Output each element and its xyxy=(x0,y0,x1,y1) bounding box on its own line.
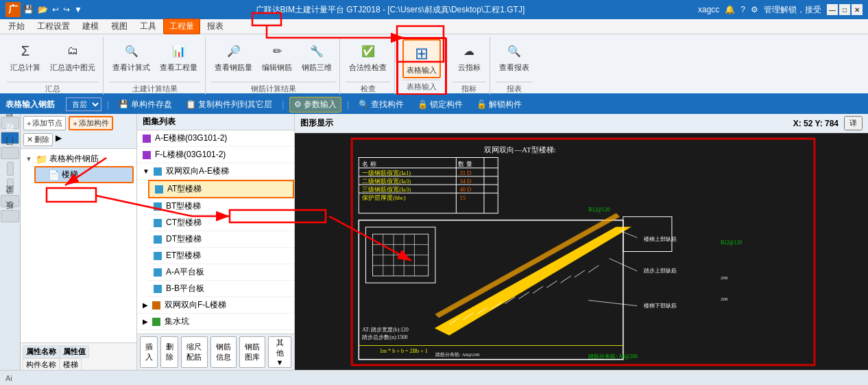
open-icon[interactable]: 📂 xyxy=(38,5,48,14)
menu-item-report[interactable]: 报表 xyxy=(202,19,229,34)
svg-text:15: 15 xyxy=(459,194,466,201)
table-input-toolbar: 表格输入钢筋 首层 | 💾 单构件存盘 📋 复制构件列到其它层 | ⚙ 参数输入… xyxy=(0,95,868,114)
delete-button[interactable]: ✕ 删除 xyxy=(23,133,53,146)
summarize-selected-button[interactable]: 🗂 汇总选中图元 xyxy=(47,37,99,75)
svg-text:踏筋分布筋: A8@200: 踏筋分布筋: A8@200 xyxy=(588,353,638,360)
menu-item-view[interactable]: 视图 xyxy=(106,19,133,34)
sump-pit-icon xyxy=(152,318,160,326)
sidebar-tab-beam[interactable]: 梁 xyxy=(1,195,19,207)
menu-item-model[interactable]: 建模 xyxy=(77,19,104,34)
rebar-3d-button[interactable]: 🔧 钢筋三维 xyxy=(298,37,335,75)
scale-rebar-button[interactable]: 缩尺配筋 xyxy=(181,336,207,368)
restore-button[interactable]: □ xyxy=(839,4,850,15)
view-quantity-button[interactable]: 📊 查看工程量 xyxy=(156,37,201,75)
redo-icon[interactable]: ↪ xyxy=(63,5,70,14)
close-button[interactable]: ✕ xyxy=(852,4,863,15)
list-item-ct-stair[interactable]: CT型楼梯 xyxy=(148,215,294,231)
ribbon-group-report-items: 🔍 查看报表 xyxy=(496,37,533,80)
list-item-dual-fl-stair[interactable]: ▶ 双网双向F-L楼梯 xyxy=(137,297,294,314)
drawing-detail-button[interactable]: 详 xyxy=(844,116,863,130)
sidebar-tab-slab[interactable]: 板 xyxy=(1,210,19,222)
edit-rebar-button[interactable]: ✏ 编辑钢筋 xyxy=(258,37,296,75)
list-delete-button[interactable]: 删除 xyxy=(160,336,178,368)
list-item-aa-platform[interactable]: A-A平台板 xyxy=(148,264,294,281)
more-icon[interactable]: ▼ xyxy=(74,5,82,14)
add-component-button[interactable]: + 添加构件 xyxy=(69,116,112,130)
undo-icon[interactable]: ↩ xyxy=(52,5,59,14)
lock-component-button[interactable]: 🔒 锁定构件 xyxy=(413,97,467,112)
save-icon[interactable]: 💾 xyxy=(23,5,34,14)
floor-selector[interactable]: 首层 xyxy=(66,97,101,111)
sidebar-tab-blank1[interactable] xyxy=(7,162,14,176)
svg-line-37 xyxy=(533,286,543,293)
table-input-button[interactable]: ⊞ 表格输入 xyxy=(402,39,441,78)
list-item-fl-stair[interactable]: F-L楼梯(03G101-2) xyxy=(137,147,294,163)
param-input-button[interactable]: ⚙ 参数输入 xyxy=(289,97,341,113)
list-item-bb-platform[interactable]: B-B平台板 xyxy=(148,281,294,297)
ribbon-group-check-items: ✅ 合法性检查 xyxy=(346,37,390,80)
tree-item-root[interactable]: ▼ 📁 表格构件钢筋 xyxy=(23,152,134,166)
sidebar-tab-door[interactable]: 门 xyxy=(1,147,19,159)
rebar-info-button[interactable]: 钢筋信息 xyxy=(210,336,237,368)
menu-item-quantity[interactable]: 工程量 xyxy=(163,19,200,34)
drawing-coords: X: 52 Y: 784 xyxy=(793,119,839,128)
table-input-icon: ⊞ xyxy=(411,43,433,65)
ribbon-group-civil-items: 🔍 查看计算式 📊 查看工程量 xyxy=(109,37,201,80)
menu-item-start[interactable]: 开始 xyxy=(3,19,30,34)
list-item-ae-stair[interactable]: A-E楼梯(03G101-2) xyxy=(137,130,294,147)
copy-component-button[interactable]: 📋 复制构件列到其它层 xyxy=(182,97,276,112)
sidebar-tab-blank2[interactable] xyxy=(7,178,14,192)
view-rebar-button[interactable]: 🔎 查看钢筋量 xyxy=(211,37,256,75)
list-item-bt-stair[interactable]: BT型楼梯 xyxy=(148,198,294,215)
svg-line-50 xyxy=(588,301,637,306)
rebar-library-button[interactable]: 钢筋图库 xyxy=(239,336,265,368)
sump-expand-icon[interactable]: ▶ xyxy=(143,318,148,325)
aa-platform-icon xyxy=(154,268,162,277)
dual-fl-expand-icon[interactable]: ▶ xyxy=(143,301,148,309)
svg-text:楼梯下部纵筋: 楼梯下部纵筋 xyxy=(644,303,677,309)
dt-stair-icon xyxy=(154,235,162,244)
insert-button[interactable]: 插入 xyxy=(140,336,158,368)
list-item-et-stair[interactable]: ET型楼梯 xyxy=(148,248,294,264)
svg-text:B12@120: B12@120 xyxy=(721,240,742,246)
user-name: xagcc xyxy=(698,5,719,14)
tree-item-stair[interactable]: 📄 楼梯 xyxy=(34,166,134,183)
save-single-button[interactable]: 💾 单构件存盘 xyxy=(114,97,176,112)
dual-ae-label: 双网双向A-E楼梯 xyxy=(166,165,229,177)
add-node-button[interactable]: + 添加节点 xyxy=(23,116,66,130)
other-button[interactable]: 其他 ▼ xyxy=(268,336,291,368)
view-formula-button[interactable]: 🔍 查看计算式 xyxy=(109,37,154,75)
cloud-indicator-button[interactable]: ☁ 云指标 xyxy=(453,37,485,75)
menu-item-project-settings[interactable]: 工程设置 xyxy=(32,19,75,34)
dt-stair-label: DT型楼梯 xyxy=(166,233,202,245)
svg-line-39 xyxy=(561,276,571,283)
more-actions-icon[interactable]: ▶ xyxy=(56,133,62,146)
settings-icon[interactable]: ⚙ xyxy=(751,5,758,14)
list-item-sump-pit[interactable]: ▶ 集水坑 xyxy=(137,314,294,330)
sidebar-tab-layer[interactable]: 层 xyxy=(1,117,19,129)
find-component-button[interactable]: 🔍 查找构件 xyxy=(354,97,408,112)
unlock-component-button[interactable]: 🔓 解锁构件 xyxy=(472,97,526,112)
svg-rect-2 xyxy=(359,158,498,213)
sidebar-tab-model[interactable]: 模 xyxy=(1,132,19,144)
minimize-button[interactable]: — xyxy=(827,4,838,15)
list-item-dual-ae-stair[interactable]: ▼ 双网双向A-E楼梯 xyxy=(137,163,294,180)
legality-check-button[interactable]: ✅ 合法性检查 xyxy=(346,37,390,75)
et-stair-label: ET型楼梯 xyxy=(166,250,201,261)
save-single-label: 单构件存盘 xyxy=(131,99,172,110)
bt-stair-label: BT型楼梯 xyxy=(166,200,201,212)
list-item-dt-stair[interactable]: DT型楼梯 xyxy=(148,231,294,248)
list-item-at-stair[interactable]: AT型楼梯 xyxy=(148,180,294,198)
menu-item-tools[interactable]: 工具 xyxy=(134,19,162,34)
ribbon-group-civil: 🔍 查看计算式 📊 查看工程量 土建计算结果 xyxy=(105,37,206,95)
drawing-title: 图形显示 xyxy=(300,117,333,129)
help-icon[interactable]: ? xyxy=(740,5,745,14)
rebar-3d-label: 钢筋三维 xyxy=(302,63,332,72)
tree-expand-icon[interactable]: ▼ xyxy=(25,155,34,163)
edit-rebar-label: 编辑钢筋 xyxy=(262,63,292,72)
view-report-button[interactable]: 🔍 查看报表 xyxy=(496,37,533,75)
summarize-button[interactable]: Σ 汇总计算 xyxy=(7,37,44,75)
notification-icon[interactable]: 🔔 xyxy=(725,5,735,14)
drawing-header: 图形显示 X: 52 Y: 784 详 xyxy=(295,114,868,133)
dual-ae-expand-icon[interactable]: ▼ xyxy=(143,167,149,175)
